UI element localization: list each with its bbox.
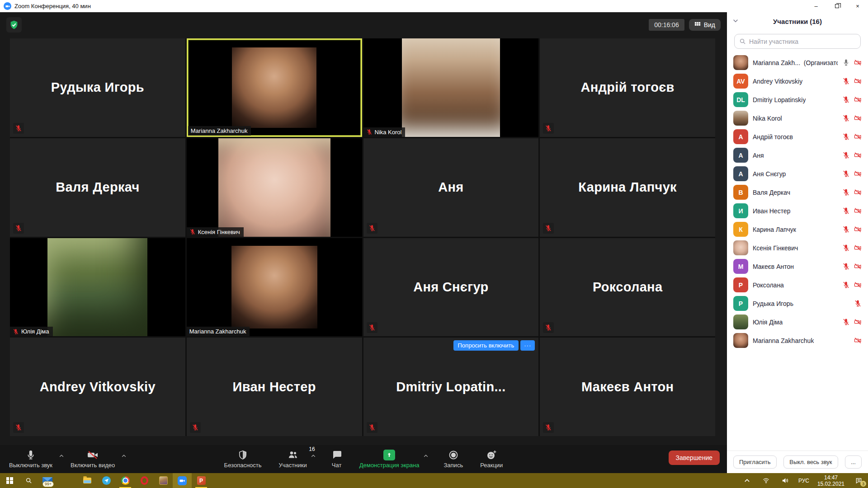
participant-name: Макеєв Антон [753,263,794,270]
invite-button[interactable]: Пригласить [733,455,777,469]
video-options-chevron[interactable] [120,450,127,462]
participant-name-label: Marianna Zakharchuk [188,126,251,136]
audio-options-chevron[interactable] [58,450,65,462]
participant-row[interactable]: М Макеєв Антон [727,257,868,276]
video-tile[interactable]: Карина Лапчук [540,138,715,237]
avatar: М [733,259,748,274]
meeting-info-shield-button[interactable] [6,17,22,33]
participant-row[interactable]: А Андрій тогоєв [727,127,868,146]
shield-check-icon [9,20,19,30]
participant-name: Аня Снєгур [413,280,488,295]
participant-row[interactable]: Marianna Zakh... (Организатор, я) [727,53,868,72]
start-button[interactable] [0,473,19,488]
tray-expand-chevron[interactable] [738,473,757,488]
participant-row[interactable]: Юлія Діма [727,313,868,331]
taskbar-zoom-button[interactable] [173,473,192,488]
participant-row[interactable]: К Карина Лапчук [727,220,868,239]
avatar [733,314,748,329]
muted-mic-icon [854,300,862,307]
participant-row[interactable]: AV Andrey Vitkovskiy [727,72,868,90]
video-tile[interactable]: Попросить включить ··· Dmitriy Lopatin..… [363,338,539,436]
video-tile[interactable]: Роксолана [540,238,715,337]
participant-row[interactable]: Р Рудыка Игорь [727,294,868,313]
participants-button[interactable]: 16 Участники [276,448,310,470]
participant-row[interactable]: DL Dmitriy Lopatinskiy [727,90,868,109]
tray-wifi[interactable] [757,473,776,488]
panel-collapse-chevron-icon[interactable] [732,18,739,26]
video-tile[interactable]: Аня [363,138,539,237]
reactions-icon [486,450,497,460]
participant-video [231,246,317,328]
video-tile[interactable]: Ксенія Гінкевич [187,138,362,237]
video-tile[interactable]: Макеєв Антон [540,338,715,436]
participant-row[interactable]: И Иван Нестер [727,202,868,220]
participant-name: Андрій тогоєв [581,80,675,95]
participant-name: Andrey Vitkovskiy [753,78,802,85]
mute-all-button[interactable]: Выкл. весь звук [783,455,838,469]
video-tile[interactable]: Andrey Vitkovskiy [10,338,185,436]
chrome-icon [121,476,130,485]
taskbar-opera-button[interactable] [135,473,154,488]
video-tile[interactable]: Валя Деркач [10,138,185,237]
tray-notifications-button[interactable]: 3 [849,473,868,488]
end-meeting-button[interactable]: Завершение [669,450,720,465]
participant-name: Ксенія Гінкевич [198,229,240,235]
taskbar-telegram-button[interactable] [97,473,116,488]
video-tile[interactable]: Рудыка Игорь [10,38,185,137]
chat-button[interactable]: Чат [329,448,345,470]
camera-off-icon [854,207,862,215]
opera-icon [141,476,148,485]
close-button[interactable]: × [847,0,868,12]
panel-more-button[interactable]: ... [845,455,862,469]
video-tile[interactable]: Иван Нестер [187,338,362,436]
record-icon [448,450,459,460]
reactions-button[interactable]: Реакции [477,448,505,470]
search-icon [25,477,32,484]
share-screen-button[interactable]: Демонстрация экрана [357,448,422,470]
taskbar-search-button[interactable] [19,473,38,488]
participant-row[interactable]: Р Роксолана [727,276,868,294]
ask-to-unmute-button[interactable]: Попросить включить [453,340,519,351]
video-tile[interactable]: Юлія Діма [10,238,185,337]
video-tile[interactable]: Аня Снєгур [363,238,539,337]
participant-row[interactable]: А Аня [727,146,868,164]
tray-clock[interactable]: 14:47 15.02.2021 [813,473,849,488]
taskbar-powerpoint-button[interactable]: P [192,473,211,488]
minimize-button[interactable]: – [806,0,826,12]
tray-volume[interactable] [776,473,795,488]
mute-button[interactable]: Выключить звук [6,448,55,470]
restore-button[interactable] [826,0,847,12]
muted-mic-icon [189,229,196,235]
participant-row[interactable]: Ксенія Гінкевич [727,239,868,257]
participant-row[interactable]: В Валя Деркач [727,183,868,202]
participant-row[interactable]: А Аня Снєгур [727,164,868,183]
chevron-up-icon [744,477,750,484]
muted-mic-icon [842,170,850,178]
participant-name-label: Nika Korol [363,127,406,137]
muted-mic-icon [842,281,850,289]
search-participant-input[interactable] [749,38,856,45]
start-video-button[interactable]: Включить видео [68,448,118,470]
windows-logo-icon [6,477,13,484]
tray-language[interactable]: РУС [795,473,813,488]
participant-row[interactable]: Marianna Zakharchuk [727,331,868,350]
participant-name: Рудыка Игорь [753,300,793,307]
video-tile-active-speaker[interactable]: Marianna Zakharchuk [187,38,362,137]
zoom-icon [178,476,187,485]
taskbar-mail-button[interactable]: 99+ [38,473,57,488]
share-options-chevron[interactable] [422,450,429,462]
chat-label: Чат [332,462,342,469]
video-tile[interactable]: Nika Korol [363,38,539,137]
participant-name: Marianna Zakharchuk [753,337,814,344]
participant-name: Andrey Vitkovskiy [40,380,156,394]
taskbar-file-explorer-button[interactable] [78,473,97,488]
taskbar-photos-button[interactable] [154,473,173,488]
tile-more-button[interactable]: ··· [520,340,535,351]
taskbar-chrome-button[interactable] [116,473,135,488]
participant-row[interactable]: Nika Korol [727,109,868,127]
video-tile[interactable]: Андрій тогоєв [540,38,715,137]
security-button[interactable]: Безопасность [222,448,264,470]
view-button[interactable]: Вид [689,19,721,31]
video-tile[interactable]: Marianna Zakharchuk [187,238,362,337]
record-button[interactable]: Запись [441,448,466,470]
